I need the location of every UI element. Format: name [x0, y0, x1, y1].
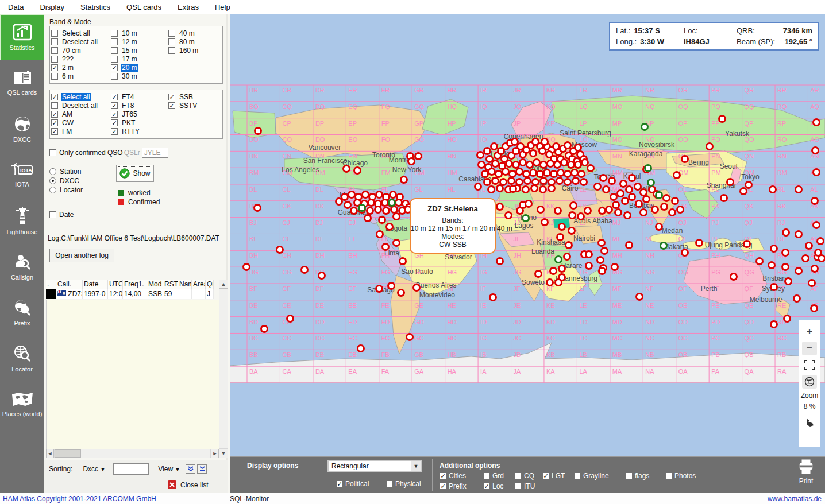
list-vscroll-track[interactable] — [219, 289, 228, 449]
checkbox-17-m[interactable]: 17 m — [111, 55, 168, 63]
checkbox-40-m[interactable]: 40 m — [168, 29, 218, 37]
checkbox-30-m[interactable]: 30 m — [111, 72, 168, 80]
checkbox-2-m[interactable]: ✓2 m — [51, 63, 111, 72]
sidebar-item-dxcc[interactable]: DXCC — [0, 106, 44, 152]
col-header-.[interactable]: . — [46, 280, 56, 289]
checkbox-sstv[interactable]: ✓SSTV — [168, 101, 218, 110]
sidebar-item-iota[interactable]: IOTAIOTA — [0, 152, 44, 198]
svg-text:GO: GO — [414, 136, 425, 143]
sidebar-item-locator[interactable]: Locator — [0, 336, 44, 382]
checkbox--[interactable]: ??? — [51, 55, 111, 63]
sidebar-item-statistics[interactable]: Statistics — [0, 14, 44, 60]
radio-dxcc[interactable]: DXCC — [49, 176, 83, 185]
checkbox-ft4[interactable]: ✓FT4 — [111, 92, 168, 101]
print-button[interactable]: Print — [792, 458, 820, 485]
option-checkbox-grd[interactable]: Grd — [483, 472, 504, 480]
menu-extras[interactable]: Extras — [169, 1, 207, 14]
option-checkbox-cities[interactable]: ✓Cities — [440, 472, 466, 480]
col-header-Qr[interactable]: Qr — [206, 280, 214, 289]
red-x-icon — [168, 480, 176, 489]
checkbox-select-all[interactable]: ✓Select all — [51, 92, 111, 101]
checkbox-12-m[interactable]: 12 m — [111, 37, 168, 46]
website-link[interactable]: www.hamatlas.de — [768, 495, 822, 503]
checkbox-160-m[interactable]: 160 m — [168, 46, 218, 55]
date-checkbox[interactable] — [49, 211, 56, 218]
col-header-Call.[interactable]: Call. — [56, 280, 83, 289]
close-list-button[interactable]: Close list — [168, 480, 209, 489]
collapse-all-button[interactable] — [186, 464, 195, 474]
view-dropdown[interactable]: View ▼ — [158, 465, 180, 473]
checkbox-70-cm[interactable]: 70 cm — [51, 46, 111, 55]
map-canvas[interactable]: BRBQBPBOBNBMBLBKBJBIBHBGBFBEBDBCBBBACRCQ… — [230, 14, 825, 456]
list-hscroll-left[interactable]: ◄ — [46, 449, 54, 458]
menu-display[interactable]: Display — [32, 1, 72, 14]
sidebar-item-qsl-cards[interactable]: QSL cards — [0, 60, 44, 106]
radio-locator[interactable]: Locator — [49, 185, 83, 195]
zoom-in-button[interactable]: + — [802, 325, 817, 339]
checkbox-rtty[interactable]: ✓RTTY — [111, 127, 168, 135]
sort-filter-input[interactable] — [113, 463, 149, 475]
option-checkbox-photos[interactable]: Photos — [665, 472, 696, 480]
option-checkbox-grayline[interactable]: Grayline — [574, 472, 609, 480]
sort-dropdown[interactable]: Dxcc ▼ — [83, 465, 105, 473]
world-map[interactable]: BRBQBPBOBNBMBLBKBJBIBHBGBFBEBDBCBBBACRCQ… — [230, 14, 825, 456]
col-header-Freq1.[interactable]: Freq1. — [123, 280, 147, 289]
only-confirmed-checkbox[interactable] — [49, 149, 56, 156]
checkbox-10-m[interactable]: 10 m — [111, 29, 168, 37]
list-hscroll-right[interactable]: ► — [211, 449, 219, 458]
menu-qsl-cards[interactable]: QSL cards — [118, 1, 169, 14]
option-checkbox-prefix[interactable]: ✓Prefix — [440, 482, 467, 490]
fit-view-button[interactable] — [802, 358, 817, 372]
list-vscroll-down[interactable]: ▼ — [219, 449, 228, 458]
political-checkbox[interactable]: ✓Political — [336, 480, 369, 488]
col-header-RSTr[interactable]: RSTr — [163, 280, 178, 289]
checkbox-jt65[interactable]: ✓JT65 — [111, 110, 168, 118]
checkbox-80-m[interactable]: 80 m — [168, 37, 218, 46]
option-checkbox-loc[interactable]: ✓Loc — [483, 482, 503, 490]
checkbox-deselect-all[interactable]: Deselect all — [51, 101, 111, 110]
option-checkbox-itu[interactable]: ITU — [515, 482, 535, 490]
svg-text:Tokyo: Tokyo — [741, 173, 760, 181]
svg-text:FC: FC — [381, 335, 390, 342]
checkbox-ft8[interactable]: ✓FT8 — [111, 101, 168, 110]
checkbox-fm[interactable]: ✓FM — [51, 127, 111, 135]
checkbox-select-all[interactable]: Select all — [51, 29, 111, 37]
checkbox-cw[interactable]: ✓CW — [51, 118, 111, 127]
show-button[interactable]: Show — [116, 165, 154, 182]
menu-data[interactable]: Data — [0, 1, 32, 14]
list-hscroll-thumb[interactable] — [55, 449, 81, 458]
menu-help[interactable]: Help — [207, 1, 238, 14]
option-checkbox-cq[interactable]: CQ — [515, 472, 534, 480]
checkbox-ssb[interactable]: ✓SSB — [168, 92, 218, 101]
col-header-Area[interactable]: Area — [192, 280, 206, 289]
col-header-Mod[interactable]: Mod — [147, 280, 163, 289]
sidebar-item-prefix[interactable]: Prefix — [0, 290, 44, 336]
col-header-Date[interactable]: Date — [83, 280, 108, 289]
pan-hand-button[interactable] — [802, 416, 817, 429]
physical-checkbox[interactable]: Physical — [386, 480, 421, 488]
list-vscroll-up[interactable]: ▲ — [219, 280, 228, 289]
radio-station[interactable]: Station — [49, 167, 83, 176]
option-checkbox-flags[interactable]: flags — [626, 472, 649, 480]
table-row[interactable]: ZD7SM1997-012:014,00SSB59J — [46, 289, 219, 299]
projection-dropdown[interactable]: Rectangular ▼ — [327, 460, 422, 472]
col-header-Nam[interactable]: Nam — [178, 280, 192, 289]
list-area[interactable] — [46, 300, 219, 449]
expand-all-button[interactable] — [197, 464, 207, 474]
checkbox-deselect-all[interactable]: Deselect all — [51, 37, 111, 46]
checkbox-pkt[interactable]: ✓PKT — [111, 118, 168, 127]
sidebar-item-callsign[interactable]: Callsign — [0, 244, 44, 290]
zoom-out-button[interactable]: − — [802, 342, 817, 355]
sidebar-item-lighthouse[interactable]: Lighthouse — [0, 198, 44, 244]
checkbox-20-m[interactable]: ✓20 m — [111, 63, 168, 72]
checkbox-am[interactable]: ✓AM — [51, 110, 111, 118]
option-checkbox-lgt[interactable]: ✓LGT — [542, 472, 565, 480]
sidebar-item-places-world-[interactable]: Places (world) — [0, 382, 44, 428]
world-view-button[interactable] — [802, 375, 817, 389]
menu-statistics[interactable]: Statistics — [72, 1, 118, 14]
open-another-log-button[interactable]: Open another log — [49, 249, 114, 262]
col-header-UTC[interactable]: UTC — [108, 280, 123, 289]
checkbox-6-m[interactable]: 6 m — [51, 72, 111, 80]
qslr-input[interactable]: JYLE — [142, 148, 168, 158]
checkbox-15-m[interactable]: 15 m — [111, 46, 168, 55]
